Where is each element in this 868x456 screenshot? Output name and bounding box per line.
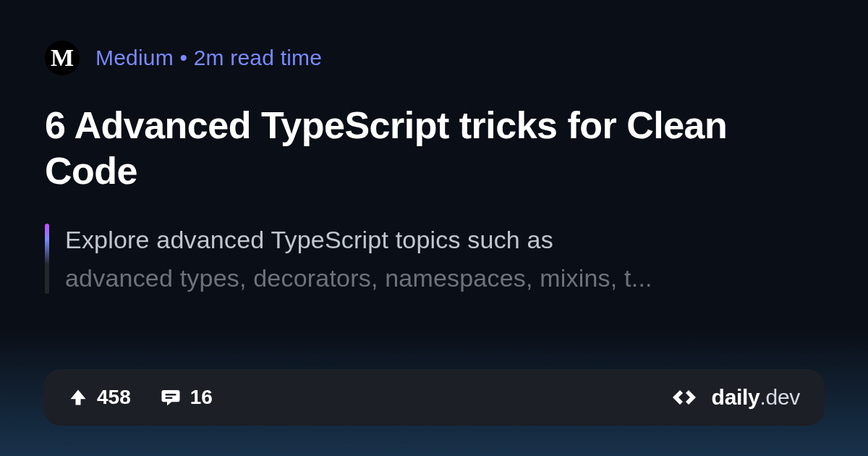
svg-rect-1 [165, 397, 172, 399]
article-description: Explore advanced TypeScript topics such … [65, 221, 823, 297]
meta-row: M Medium • 2m read time [45, 41, 823, 75]
upvote-stat[interactable]: 458 [68, 386, 131, 409]
comment-icon [160, 387, 182, 408]
brand-logo[interactable]: daily.dev [668, 385, 800, 410]
brand-suffix: .dev [760, 385, 800, 409]
article-title[interactable]: 6 Advanced TypeScript tricks for Clean C… [45, 103, 823, 195]
description-line-1: Explore advanced TypeScript topics such … [65, 221, 823, 259]
read-time: 2m read time [194, 46, 322, 69]
svg-rect-0 [165, 394, 176, 396]
description-block: Explore advanced TypeScript topics such … [45, 221, 823, 297]
upvote-count: 458 [97, 386, 131, 409]
brand-text: daily.dev [712, 385, 800, 410]
meta-separator: • [174, 46, 194, 69]
brand-name: daily [712, 385, 760, 409]
brand-icon [668, 386, 700, 409]
upvote-icon [68, 387, 88, 408]
stats-group: 458 16 [68, 386, 213, 409]
source-name: Medium [95, 46, 174, 69]
footer-bar: 458 16 dai [43, 369, 825, 426]
meta-text: Medium • 2m read time [95, 46, 322, 70]
comment-count: 16 [190, 386, 213, 409]
comment-stat[interactable]: 16 [160, 386, 213, 409]
source-avatar-letter: M [51, 46, 74, 70]
source-avatar[interactable]: M [45, 41, 80, 75]
card-container: M Medium • 2m read time 6 Advanced TypeS… [0, 0, 868, 456]
description-line-2: advanced types, decorators, namespaces, … [65, 259, 823, 297]
accent-bar [45, 224, 49, 294]
